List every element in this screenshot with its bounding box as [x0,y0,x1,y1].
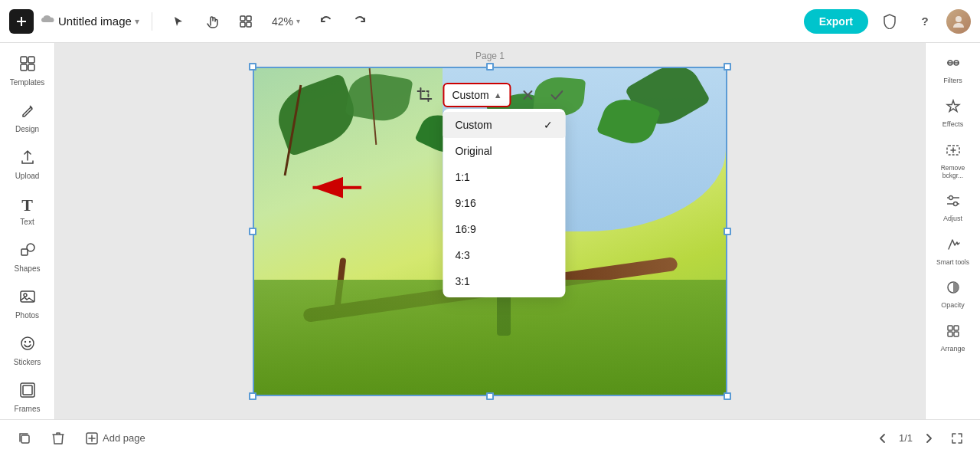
topbar: Untitled image ▾ 42% ▾ [0,0,980,43]
crop-option-custom[interactable]: Custom ✓ [443,112,565,138]
sidebar-item-text[interactable]: T Text [5,189,51,232]
handle-middle-left[interactable] [249,228,256,235]
handle-bottom-middle[interactable] [486,392,494,400]
svg-rect-9 [21,64,27,71]
crop-option-16-9[interactable]: 16:9 [443,216,565,242]
svg-rect-4 [240,22,245,27]
stickers-icon [19,335,36,356]
crop-option-custom-label: Custom [455,119,492,131]
hand-tool-button[interactable] [198,8,226,35]
right-sidebar-smart-tools[interactable]: Smart tools [929,231,978,272]
handle-top-right[interactable] [724,63,731,71]
templates-label: Templates [10,78,45,87]
crop-icon-button[interactable] [410,81,438,109]
crop-option-3-1-label: 3:1 [455,275,469,287]
page-nav: 1/1 [871,428,968,449]
svg-point-16 [24,341,25,343]
pointer-tool-button[interactable] [165,8,192,35]
crop-option-1-1-label: 1:1 [455,171,469,183]
next-page-button[interactable] [919,428,940,449]
filters-label: Filters [943,77,962,85]
filters-icon [946,55,961,74]
zoom-chevron-icon: ▾ [296,17,300,25]
chevron-up-icon: ▲ [494,90,502,100]
right-sidebar-opacity[interactable]: Opacity [929,274,978,316]
svg-rect-33 [954,326,959,330]
design-icon [19,102,36,123]
photos-icon [19,288,36,309]
redo-button[interactable] [346,8,374,35]
svg-point-30 [953,202,957,205]
crop-option-9-16[interactable]: 9:16 [443,190,565,216]
svg-point-6 [956,16,962,22]
add-page-button[interactable]: Add page [80,428,152,449]
smart-tools-label: Smart tools [936,258,969,266]
sidebar-item-templates[interactable]: Templates [5,49,51,93]
document-title: Untitled image [58,15,132,28]
svg-rect-2 [240,16,245,21]
title-chevron-icon[interactable]: ▾ [135,16,139,27]
handle-top-left[interactable] [249,63,256,71]
svg-rect-19 [23,385,32,395]
shapes-label: Shapes [15,264,41,273]
sidebar-item-upload[interactable]: Upload [5,143,51,186]
smart-tools-icon [946,237,961,256]
crop-toolbar: Custom ▲ Custom ✓ Original 1:1 9:16 [410,81,569,109]
title-area: Untitled image ▾ [40,13,139,29]
right-sidebar-arrange[interactable]: Arrange [929,317,978,359]
svg-rect-32 [948,326,952,330]
sidebar-item-frames[interactable]: Frames [5,376,51,419]
handle-top-middle[interactable] [486,63,494,71]
handle-bottom-left[interactable] [249,392,256,400]
crop-confirm-button[interactable] [545,83,570,107]
sidebar-item-shapes[interactable]: Shapes [5,235,51,279]
help-button[interactable]: ? [911,8,939,35]
crop-cancel-button[interactable] [516,83,541,107]
sidebar-item-design[interactable]: Design [5,96,51,139]
left-sidebar: Templates Design Upload T Text [0,43,55,419]
page-label: Page 1 [475,51,505,61]
right-sidebar-filters[interactable]: Filters [929,49,978,91]
svg-rect-11 [21,249,28,255]
main-area: Templates Design Upload T Text [0,43,980,419]
effects-label: Effects [942,120,963,129]
shield-button[interactable] [876,8,903,35]
right-sidebar-adjust[interactable]: Adjust [929,187,978,229]
page-count: 1/1 [899,432,913,444]
sidebar-item-photos[interactable]: Photos [5,282,51,326]
svg-rect-7 [21,57,27,63]
crop-ratio-label: Custom [452,89,488,101]
adjust-label: Adjust [943,215,962,223]
svg-point-29 [949,195,952,199]
logo-icon[interactable] [9,9,34,34]
right-sidebar-remove-bg[interactable]: Remove bckgr... [929,136,978,185]
sidebar-item-stickers[interactable]: Stickers [5,329,51,372]
handle-bottom-right[interactable] [724,392,731,400]
crop-option-4-3[interactable]: 4:3 [443,242,565,268]
export-button[interactable]: Export [804,9,868,34]
copy-button[interactable] [12,426,37,451]
photos-label: Photos [15,311,39,320]
handle-middle-right[interactable] [724,228,731,235]
avatar[interactable] [946,9,971,34]
crop-option-original-label: Original [455,145,492,157]
right-sidebar-effects[interactable]: Effects [929,93,978,135]
opacity-label: Opacity [941,301,965,310]
zoom-control[interactable]: 42% ▾ [266,11,306,32]
svg-point-17 [28,341,30,343]
crop-option-3-1[interactable]: 3:1 [443,268,565,294]
remove-bg-label: Remove bckgr... [933,164,973,179]
crop-option-original[interactable]: Original [443,138,565,164]
svg-rect-34 [948,332,952,336]
prev-page-button[interactable] [871,428,893,449]
crop-ratio-dropdown[interactable]: Custom ▲ Custom ✓ Original 1:1 9:16 [443,83,511,107]
undo-button[interactable] [312,8,340,35]
expand-button[interactable] [946,428,968,449]
delete-button[interactable] [46,426,70,451]
svg-point-14 [24,294,27,297]
crop-option-1-1[interactable]: 1:1 [443,164,565,190]
grid-view-button[interactable] [232,8,260,35]
arrange-icon [946,323,961,343]
text-label: Text [20,218,34,226]
frames-icon [19,382,36,402]
